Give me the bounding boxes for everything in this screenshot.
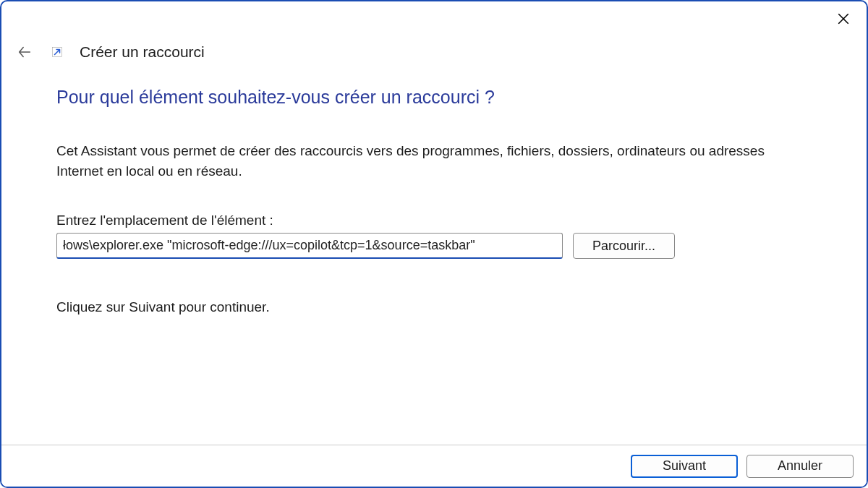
location-field-row: Parcourir... [56,233,812,259]
shortcut-overlay-icon [51,46,64,59]
description-text: Cet Assistant vous permet de créer des r… [56,141,812,181]
cancel-button[interactable]: Annuler [746,455,854,478]
close-button[interactable] [830,6,856,32]
browse-button[interactable]: Parcourir... [573,233,675,259]
next-button[interactable]: Suivant [631,455,738,478]
wizard-content: Pour quel élément souhaitez-vous créer u… [56,87,812,315]
continue-instruction: Cliquez sur Suivant pour continuer. [56,299,812,315]
close-icon [837,12,850,25]
page-heading: Pour quel élément souhaitez-vous créer u… [56,87,812,108]
create-shortcut-wizard-window: Créer un raccourci Pour quel élément sou… [0,0,868,488]
wizard-title: Créer un raccourci [80,43,205,61]
wizard-header: Créer un raccourci [14,42,854,62]
location-field-label: Entrez l'emplacement de l'élément : [56,213,812,228]
wizard-footer: Suivant Annuler [1,445,867,487]
location-input[interactable] [56,233,563,259]
back-button[interactable] [14,42,35,62]
arrow-left-icon [17,44,33,60]
